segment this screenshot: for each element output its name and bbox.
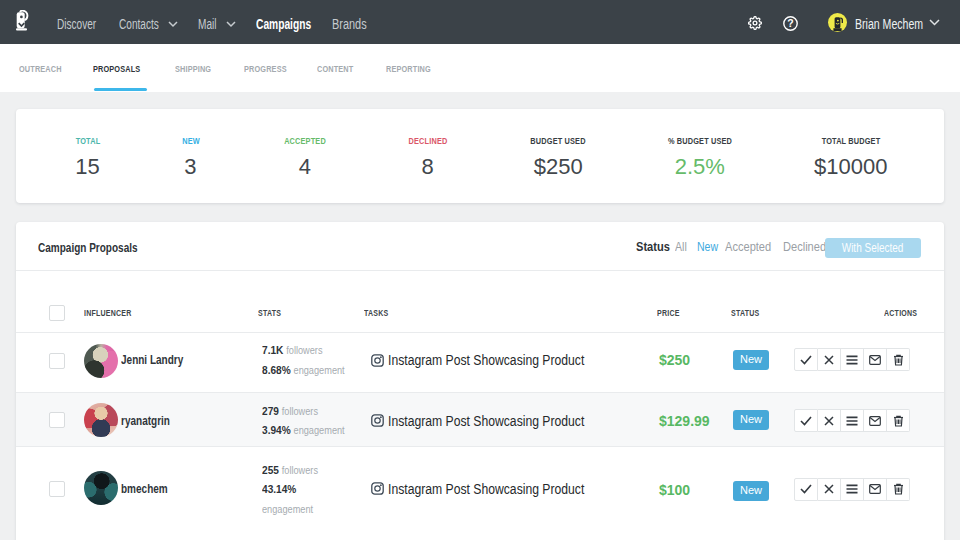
svg-text:?: ? xyxy=(787,17,793,29)
